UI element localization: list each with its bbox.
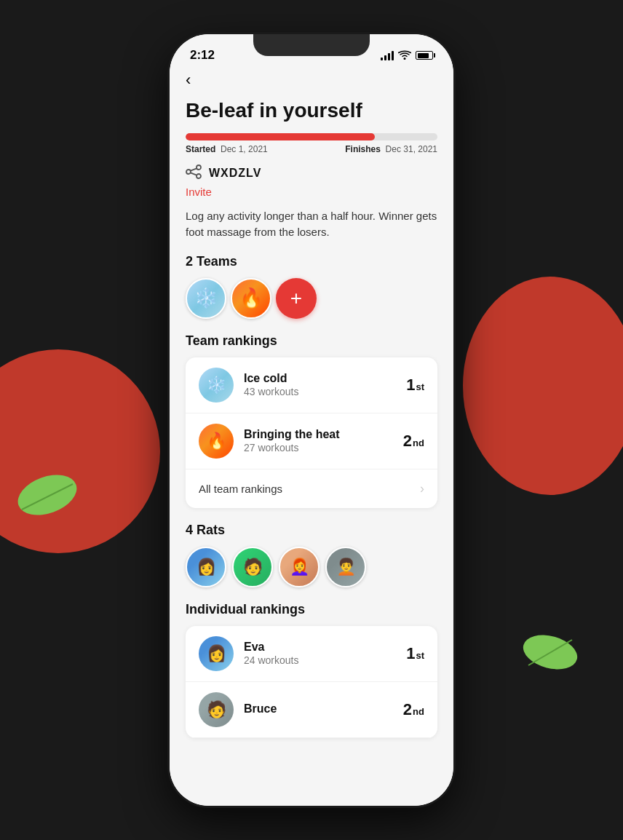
start-date: Started Dec 1, 2021 — [186, 144, 268, 154]
challenge-description: Log any activity longer than a half hour… — [186, 208, 437, 241]
team2-avatar: 🔥 — [231, 278, 271, 319]
individual-ranking-item-1: 👩 Eva 24 workouts 1st — [186, 626, 437, 682]
leaf-right-icon — [521, 633, 579, 673]
svg-line-9 — [191, 173, 197, 175]
phone-screen: 2:12 — [170, 34, 453, 806]
signal-icon — [381, 50, 394, 60]
team-rankings-card: ❄️ Ice cold 43 workouts 1st 🔥 Bringing t… — [186, 357, 437, 508]
phone-notch — [253, 34, 370, 56]
status-time: 2:12 — [190, 48, 215, 63]
team2-position: 2nd — [403, 432, 424, 451]
individual1-workouts: 24 workouts — [244, 654, 406, 666]
battery-icon — [416, 51, 433, 60]
bg-decoration-right — [463, 277, 623, 495]
team2-workouts: 27 workouts — [244, 442, 403, 453]
svg-point-7 — [197, 174, 201, 178]
rat-avatar-1: 👩 — [186, 547, 226, 587]
team1-position: 1st — [406, 376, 424, 395]
page-title: Be-leaf in yourself — [186, 98, 437, 123]
team2-name: Bringing the heat — [244, 428, 403, 441]
individual-ranking-item-2: 🧑 Bruce 2nd — [186, 682, 437, 738]
rat-avatar-2: 🧑 — [232, 547, 273, 587]
share-icon — [186, 165, 202, 183]
back-button[interactable]: ‹ — [186, 71, 437, 90]
team1-name: Ice cold — [244, 372, 406, 385]
team1-workouts: 43 workouts — [244, 386, 406, 397]
svg-line-8 — [191, 168, 197, 170]
challenge-code: WXDZLV — [209, 167, 261, 180]
progress-fill — [186, 133, 375, 140]
phone-frame: 2:12 — [170, 34, 453, 806]
individual1-position: 1st — [406, 644, 424, 663]
individual-rankings-title: Individual rankings — [186, 602, 437, 617]
individual2-position: 2nd — [403, 700, 424, 719]
all-team-rankings-button[interactable]: All team rankings › — [186, 469, 437, 508]
individual1-name: Eva — [244, 641, 406, 654]
rat-avatar-3: 👩‍🦰 — [279, 547, 320, 587]
add-team-button[interactable]: + — [276, 278, 317, 319]
all-rankings-label: All team rankings — [199, 483, 282, 495]
progress-container: Started Dec 1, 2021 Finishes Dec 31, 202… — [186, 133, 437, 154]
individual2-info: Bruce — [244, 702, 403, 716]
teams-section-title: 2 Teams — [186, 254, 437, 269]
svg-point-6 — [186, 170, 191, 174]
code-row: WXDZLV — [186, 165, 437, 183]
team1-ranking-info: Ice cold 43 workouts — [244, 372, 406, 397]
status-icons — [381, 50, 433, 60]
rats-section-title: 4 Rats — [186, 523, 437, 538]
content-area[interactable]: ‹ Be-leaf in yourself Started Dec 1, 202… — [170, 71, 453, 806]
individual-rankings-card: 👩 Eva 24 workouts 1st 🧑 Bruce — [186, 626, 437, 738]
team2-ranking-avatar: 🔥 — [199, 424, 234, 459]
team2-ranking-info: Bringing the heat 27 workouts — [244, 428, 403, 453]
end-date: Finishes Dec 31, 2021 — [345, 144, 437, 154]
leaf-left-icon — [15, 473, 80, 517]
svg-point-4 — [404, 58, 406, 60]
chevron-right-icon: › — [420, 481, 424, 496]
individual2-name: Bruce — [244, 702, 403, 716]
svg-point-5 — [197, 165, 201, 170]
rats-avatars-row: 👩 🧑 👩‍🦰 🧑‍🦱 — [186, 547, 437, 587]
team-rankings-title: Team rankings — [186, 333, 437, 349]
team-ranking-item-1: ❄️ Ice cold 43 workouts 1st — [186, 357, 437, 413]
rat-avatar-4: 🧑‍🦱 — [325, 547, 366, 587]
progress-dates: Started Dec 1, 2021 Finishes Dec 31, 202… — [186, 144, 437, 154]
team-ranking-item-2: 🔥 Bringing the heat 27 workouts 2nd — [186, 413, 437, 469]
individual-avatar-1: 👩 — [199, 636, 234, 671]
team-avatars-row: ❄️ 🔥 + — [186, 278, 437, 319]
individual-avatar-2: 🧑 — [199, 692, 234, 727]
team1-avatar: ❄️ — [186, 278, 226, 319]
bg-decoration-left — [0, 349, 160, 553]
invite-button[interactable]: Invite — [186, 186, 437, 198]
wifi-icon — [398, 50, 411, 60]
team1-ranking-avatar: ❄️ — [199, 368, 234, 403]
svg-point-0 — [15, 473, 80, 517]
progress-bar — [186, 133, 437, 140]
individual1-info: Eva 24 workouts — [244, 641, 406, 666]
